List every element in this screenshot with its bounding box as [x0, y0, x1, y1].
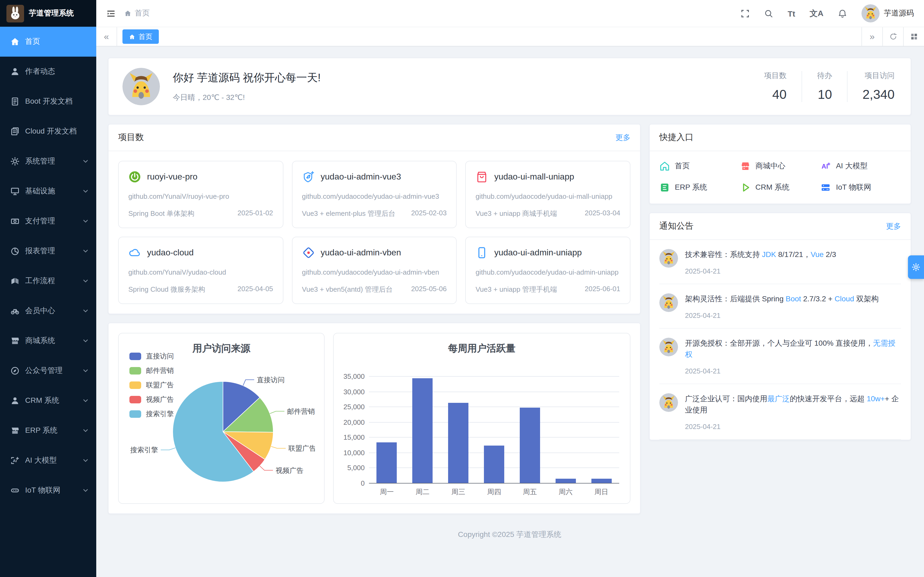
- notice-item[interactable]: 架构灵活性：后端提供 Spring Boot 2.7/3.2 + Cloud 双…: [659, 284, 901, 329]
- notice-link[interactable]: Boot: [786, 294, 801, 303]
- sidebar-item-AI 大模型[interactable]: AIAI 大模型: [0, 446, 96, 475]
- project-card-yudao-ui-mall-uniapp[interactable]: yudao-ui-mall-uniappgithub.com/yudaocode…: [465, 161, 630, 228]
- search-icon[interactable]: [764, 9, 773, 18]
- quick-entry-IoT 物联网[interactable]: IoT 物联网: [821, 182, 901, 193]
- cloud-icon: [128, 246, 141, 259]
- quick-entry-ERP 系统[interactable]: ERP 系统: [659, 182, 740, 193]
- language-icon[interactable]: 文A: [809, 8, 824, 18]
- project-card-yudao-ui-admin-uniapp[interactable]: yudao-ui-admin-uniappgithub.com/yudaocod…: [465, 237, 630, 304]
- bar-周日[interactable]: [591, 479, 611, 483]
- project-url: github.com/YunaiV/yudao-cloud: [128, 268, 273, 277]
- notice-link[interactable]: 10w+: [867, 394, 885, 403]
- bar-周三[interactable]: [448, 403, 468, 483]
- sidebar-item-Boot 开发文档[interactable]: Boot 开发文档: [0, 87, 96, 116]
- tab-home[interactable]: 首页: [123, 29, 159, 44]
- sidebar-item-Cloud 开发文档[interactable]: Cloud 开发文档: [0, 116, 96, 147]
- fullscreen-icon[interactable]: [741, 9, 750, 18]
- font-size-icon[interactable]: Tt: [788, 9, 795, 18]
- sidebar-item-会员中心[interactable]: 会员中心: [0, 296, 96, 326]
- sidebar-item-系统管理[interactable]: 系统管理: [0, 147, 96, 176]
- quick-entry-AI 大模型[interactable]: AIAI 大模型: [821, 161, 901, 171]
- sidebar-item-工作流程[interactable]: 工作流程: [0, 266, 96, 296]
- notice-text: 开源免授权：全部开源，个人与企业可 100% 直接使用，无需授权: [685, 338, 901, 360]
- sidebar-item-ERP 系统[interactable]: ERP 系统: [0, 416, 96, 446]
- notice-link[interactable]: Vue: [811, 250, 824, 259]
- sidebar-item-基础设施[interactable]: 基础设施: [0, 176, 96, 206]
- bar-cell: [405, 379, 441, 483]
- bell-icon[interactable]: [838, 9, 847, 18]
- projects-more-link[interactable]: 更多: [615, 133, 630, 142]
- notice-text-segment: 广泛企业认可：国内使用: [685, 394, 767, 403]
- project-card-yudao-cloud[interactable]: yudao-cloudgithub.com/YunaiV/yudao-cloud…: [118, 237, 283, 304]
- legend-item-视频广告[interactable]: 视频广告: [129, 395, 174, 405]
- chevron-down-icon: [82, 248, 89, 254]
- quick-entry-商城中心[interactable]: 商城中心: [740, 161, 820, 171]
- notice-item[interactable]: 技术兼容性：系统支持 JDK 8/17/21，Vue 2/32025-04-21: [659, 240, 901, 284]
- bar-周六[interactable]: [555, 479, 576, 483]
- project-desc: Spring Boot 单体架构: [128, 209, 194, 219]
- sidebar-item-IoT 物联网[interactable]: IoT 物联网: [0, 475, 96, 505]
- notice-more-link[interactable]: 更多: [886, 221, 901, 231]
- sidebar-item-报表管理[interactable]: 报表管理: [0, 236, 96, 266]
- notice-link[interactable]: JDK: [762, 250, 776, 259]
- bar-cell: [583, 479, 619, 483]
- quick-entry-label: 首页: [675, 161, 690, 171]
- bicycle-icon: [10, 306, 20, 316]
- notice-item[interactable]: 开源免授权：全部开源，个人与企业可 100% 直接使用，无需授权2025-04-…: [659, 329, 901, 384]
- tab-home-label: 首页: [139, 32, 152, 41]
- project-url: github.com/yudaocode/yudao-ui-admin-vben: [302, 268, 446, 277]
- chevron-down-icon: [82, 398, 89, 404]
- notice-link[interactable]: 最广泛: [767, 394, 790, 403]
- tabs-scroll-right-icon[interactable]: »: [861, 27, 882, 46]
- sidebar-item-支付管理[interactable]: 支付管理: [0, 206, 96, 236]
- user-menu[interactable]: 芋道源码: [861, 4, 914, 23]
- project-url: github.com/YunaiV/ruoyi-vue-pro: [128, 192, 273, 201]
- notice-header: 通知公告 更多: [650, 213, 911, 240]
- quick-entry-首页[interactable]: 首页: [659, 161, 740, 171]
- bar-cell: [369, 443, 405, 483]
- quick-entry-CRM 系统[interactable]: CRM 系统: [740, 182, 820, 193]
- bar-cell: [476, 445, 512, 483]
- chevron-down-icon: [82, 427, 89, 434]
- project-card-yudao-ui-admin-vue3[interactable]: yudao-ui-admin-vue3github.com/yudaocode/…: [292, 161, 457, 228]
- gridline: [369, 483, 619, 484]
- greeting-title: 你好 芋道源码 祝你开心每一天!: [173, 71, 321, 85]
- pie-icon: [10, 246, 20, 256]
- legend-item-直接访问[interactable]: 直接访问: [129, 351, 174, 361]
- tabs-scroll-left-icon[interactable]: «: [96, 27, 117, 46]
- legend-item-搜索引擎[interactable]: 搜索引擎: [129, 409, 174, 419]
- notice-text-segment: 8/17/21，: [776, 250, 811, 259]
- collapse-sidebar-icon[interactable]: [107, 9, 115, 18]
- sidebar-item-label: 报表管理: [25, 246, 55, 256]
- y-tick-label: 35,000: [338, 372, 365, 380]
- bar-周一[interactable]: [377, 443, 397, 483]
- vue3-icon: [302, 171, 315, 183]
- theme-settings-button[interactable]: [908, 255, 924, 279]
- bar-周二[interactable]: [412, 379, 433, 483]
- sidebar-item-作者动态[interactable]: 作者动态: [0, 56, 96, 87]
- legend-item-联盟广告[interactable]: 联盟广告: [129, 380, 174, 390]
- chevron-down-icon: [82, 278, 89, 284]
- project-name: yudao-ui-admin-vue3: [321, 172, 401, 182]
- layout-grid-icon[interactable]: [903, 27, 924, 46]
- legend-item-邮件营销[interactable]: 邮件营销: [129, 366, 174, 376]
- sidebar-item-CRM 系统[interactable]: CRM 系统: [0, 386, 96, 416]
- gear-icon: [911, 262, 921, 272]
- q-crm-icon: [740, 182, 751, 193]
- sidebar-item-label: 系统管理: [25, 156, 55, 166]
- sidebar-item-首页[interactable]: 首页: [0, 27, 96, 56]
- app-root: 芋道管理系统 首页作者动态Boot 开发文档Cloud 开发文档系统管理基础设施…: [0, 0, 924, 577]
- chevron-down-icon: [82, 457, 89, 464]
- sidebar-item-商城系统[interactable]: 商城系统: [0, 326, 96, 356]
- left-column: 项目数 更多 ruoyi-vue-progithub.com/YunaiV/ru…: [108, 124, 641, 514]
- bar-周四[interactable]: [484, 445, 504, 483]
- sidebar-item-公众号管理[interactable]: 公众号管理: [0, 356, 96, 386]
- notice-link[interactable]: Cloud: [834, 294, 854, 303]
- bar-周五[interactable]: [520, 408, 540, 483]
- project-card-yudao-ui-admin-vben[interactable]: yudao-ui-admin-vbengithub.com/yudaocode/…: [292, 237, 457, 304]
- notice-item[interactable]: 广泛企业认可：国内使用最广泛的快速开发平台，远超 10w++ 企业使用2025-…: [659, 384, 901, 440]
- quick-entry-panel: 快捷入口 首页商城中心AIAI 大模型ERP 系统CRM 系统IoT 物联网: [649, 124, 911, 204]
- notice-body: 技术兼容性：系统支持 JDK 8/17/21，Vue 2/32025-04-21: [685, 249, 901, 275]
- project-card-ruoyi-vue-pro[interactable]: ruoyi-vue-progithub.com/YunaiV/ruoyi-vue…: [118, 161, 283, 228]
- refresh-icon[interactable]: [882, 27, 903, 46]
